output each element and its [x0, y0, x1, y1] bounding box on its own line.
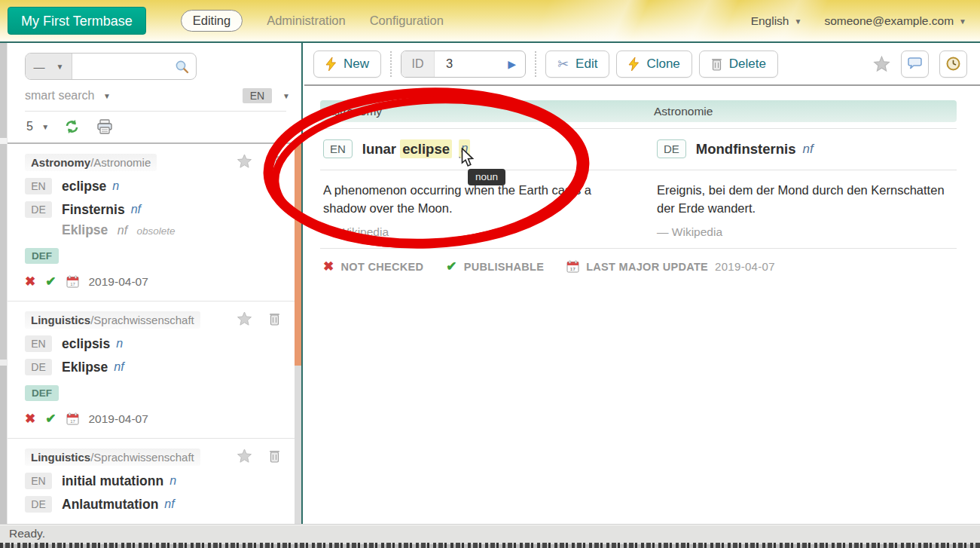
delete-button[interactable]: Delete — [699, 51, 778, 78]
delete-button-label: Delete — [729, 57, 766, 72]
comment-icon — [907, 57, 923, 71]
entry-domain: Linguistics/Sprachwissenschaft — [25, 449, 200, 466]
sidebar: — ▼ smart search ▼ EN ▼ 5 ▼ — [8, 43, 303, 524]
lang-badge: DE — [25, 201, 52, 218]
search-box: — ▼ — [25, 53, 197, 80]
not-checked-icon: ✖ — [25, 411, 35, 427]
term-text[interactable]: eclipse — [62, 179, 106, 194]
entry-domain: Astronomy/Astronomie — [25, 154, 157, 171]
id-label: ID — [401, 51, 435, 77]
pos-label: nf — [114, 360, 124, 374]
calendar-icon: 17 — [66, 275, 79, 288]
account-menu-label: someone@example.com — [824, 14, 954, 27]
language-filter-caret[interactable]: ▼ — [282, 92, 290, 100]
scissors-icon: ✂ — [557, 56, 569, 72]
list-item[interactable]: Astronomy/Astronomie EN eclipse n DE Fin… — [8, 144, 301, 302]
search-filter-dropdown[interactable]: — ▼ — [26, 54, 72, 79]
history-button[interactable] — [939, 51, 967, 78]
go-to-id-icon[interactable]: ▶ — [508, 58, 525, 70]
termbase-title-button[interactable]: My First Termbase — [8, 7, 146, 35]
smart-search-dropdown[interactable]: smart search ▼ — [25, 89, 111, 103]
sidebar-scrollbar[interactable] — [295, 43, 301, 524]
page-size-value: 5 — [26, 120, 33, 133]
definition-source-de: — Wikipedia — [657, 225, 957, 239]
lang-badge: EN — [25, 335, 52, 352]
lightning-icon — [325, 57, 337, 71]
page-size-dropdown[interactable]: 5 ▼ — [26, 120, 49, 133]
term-de[interactable]: Mondfinsternis — [696, 141, 796, 158]
search-icon[interactable] — [175, 60, 196, 74]
scrollbar-thumb[interactable] — [295, 139, 301, 366]
term-text-obsolete[interactable]: Eklipse — [62, 222, 108, 237]
svg-text:17: 17 — [570, 267, 576, 271]
lang-badge: EN — [25, 473, 52, 489]
star-icon[interactable] — [237, 449, 252, 464]
caret-down-icon: ▼ — [103, 92, 111, 100]
pos-de: nf — [802, 142, 813, 157]
domain-primary: Linguistics — [31, 451, 90, 464]
entry-id-box[interactable]: ID 3 ▶ — [401, 51, 526, 78]
lang-badge: EN — [25, 178, 52, 194]
lightning-icon — [628, 57, 640, 71]
caret-down-icon: ▼ — [959, 17, 966, 26]
term-en-prefix: lunar — [362, 141, 400, 157]
lang-badge-en: EN — [323, 139, 353, 158]
search-input[interactable] — [72, 54, 175, 79]
print-icon[interactable] — [96, 119, 113, 134]
status-bar: Ready. — [0, 524, 980, 543]
domain-de: Astronomie — [654, 105, 957, 118]
domain-secondary: /Astronomie — [90, 156, 151, 169]
status-text: Ready. — [9, 527, 45, 540]
term-text[interactable]: Eklipse — [62, 360, 108, 375]
account-menu[interactable]: someone@example.com▼ — [824, 14, 966, 28]
id-value[interactable]: 3 — [435, 57, 508, 71]
entry-date: 2019-04-07 — [89, 412, 148, 426]
publishable-icon: ✔ — [45, 274, 56, 289]
star-icon[interactable] — [237, 311, 252, 326]
list-item[interactable]: Linguistics/Sprachwissenschaft EN eclips… — [8, 302, 301, 439]
calendar-icon: 17 — [66, 412, 79, 425]
trash-icon[interactable] — [269, 312, 280, 326]
language-filter-badge[interactable]: EN — [243, 88, 272, 103]
trash-icon[interactable] — [269, 449, 280, 463]
last-update-label: LAST MAJOR UPDATE — [586, 261, 708, 273]
mouse-cursor-icon — [461, 148, 478, 167]
not-checked-icon: ✖ — [323, 259, 334, 274]
term-text[interactable]: Anlautmutation — [62, 497, 158, 513]
smart-search-label: smart search — [25, 89, 94, 102]
star-icon[interactable] — [873, 56, 890, 72]
new-button[interactable]: New — [313, 51, 381, 78]
domain-secondary: /Sprachwissenschaft — [90, 451, 194, 464]
caret-down-icon: ▼ — [795, 17, 802, 26]
term-text[interactable]: Finsternis — [62, 202, 125, 218]
svg-text:17: 17 — [70, 419, 75, 424]
clipped-background-window — [0, 543, 980, 548]
star-icon[interactable] — [237, 154, 252, 169]
comments-button[interactable] — [901, 51, 929, 78]
definition-en: A phenomenon occurring when the Earth ca… — [323, 181, 608, 217]
edit-button[interactable]: ✂ Edit — [545, 51, 609, 78]
trash-icon[interactable] — [269, 155, 280, 168]
term-text[interactable]: eclipsis — [62, 336, 110, 352]
pos-label: nf — [131, 203, 141, 216]
entry-domain-bar: Astronomy Astronomie — [320, 100, 957, 122]
term-en[interactable]: lunar eclipse — [362, 141, 452, 158]
term-text[interactable]: initial mutationn — [62, 473, 163, 489]
language-menu-label: English — [751, 14, 789, 27]
app-header: My First Termbase Editing Administration… — [0, 0, 980, 43]
tab-editing[interactable]: Editing — [181, 10, 243, 32]
entry-domain: Linguistics/Sprachwissenschaft — [25, 311, 200, 329]
tab-administration[interactable]: Administration — [267, 14, 346, 28]
clone-button[interactable]: Clone — [616, 51, 691, 78]
pos-label: nf — [118, 224, 127, 237]
language-menu[interactable]: English▼ — [751, 14, 802, 28]
publishable-icon: ✔ — [446, 259, 457, 274]
usage-note: obsolete — [137, 225, 176, 237]
pos-label: n — [112, 179, 119, 193]
not-checked-label: NOT CHECKED — [341, 261, 424, 273]
domain-en: Astronomy — [326, 105, 637, 118]
refresh-icon[interactable] — [64, 119, 80, 134]
caret-down-icon: ▼ — [41, 123, 49, 131]
tab-configuration[interactable]: Configuration — [370, 14, 444, 28]
toolbar-separator — [535, 51, 536, 77]
